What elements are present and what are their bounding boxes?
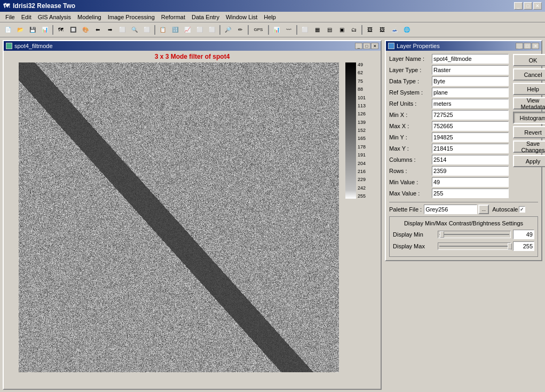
map-win-minimize[interactable]: _ bbox=[355, 43, 362, 49]
layer-props-fields: Layer Name : Layer Type : Data Type : bbox=[389, 54, 509, 200]
ref-units-input[interactable] bbox=[432, 99, 509, 108]
autoscale-checkbox[interactable]: ✓ bbox=[519, 206, 525, 213]
menu-window-list[interactable]: Window List bbox=[223, 13, 260, 21]
data-type-row: Data Type : bbox=[389, 76, 509, 86]
view-metadata-button[interactable]: View Metadata bbox=[513, 97, 545, 109]
menu-file[interactable]: File bbox=[2, 13, 18, 21]
rows-input[interactable] bbox=[432, 166, 509, 176]
histogram-button[interactable]: Histogram bbox=[513, 112, 545, 124]
rows-row: Rows : bbox=[389, 166, 509, 176]
toolbar-tb15[interactable]: 📈 bbox=[181, 24, 193, 36]
map-window-title-left: spot4_filtmode bbox=[6, 43, 53, 49]
toolbar-tb8[interactable]: ⬅ bbox=[92, 24, 104, 36]
display-min-value[interactable] bbox=[513, 230, 534, 239]
toolbar-save[interactable]: 💾 bbox=[27, 24, 38, 36]
display-min-thumb[interactable] bbox=[440, 231, 444, 238]
display-min-slider[interactable] bbox=[438, 231, 511, 238]
display-max-value[interactable] bbox=[513, 241, 534, 251]
toolbar-tb28[interactable]: 🖼 bbox=[376, 24, 388, 36]
toolbar-tb24[interactable]: ▤ bbox=[323, 24, 335, 36]
toolbar-new[interactable]: 📄 bbox=[2, 24, 14, 36]
display-min-groove bbox=[439, 234, 509, 235]
legend-label-88: 88 bbox=[358, 87, 366, 92]
max-x-label: Max X : bbox=[389, 123, 432, 129]
layer-name-input[interactable] bbox=[432, 54, 509, 64]
toolbar-tb4[interactable]: 📊 bbox=[39, 24, 51, 36]
revert-button[interactable]: Revert bbox=[513, 126, 545, 138]
display-max-thumb[interactable] bbox=[508, 243, 512, 249]
toolbar-tb11[interactable]: 🔍 bbox=[129, 24, 140, 36]
layer-props-body: Layer Name : Layer Type : Data Type : bbox=[386, 51, 541, 260]
toolbar-tb9[interactable]: ➡ bbox=[104, 24, 116, 36]
ref-system-input[interactable] bbox=[432, 88, 509, 97]
apply-button[interactable]: Apply bbox=[513, 155, 545, 167]
palette-browse-button[interactable]: ... bbox=[478, 205, 489, 214]
toolbar-tb10[interactable]: ⬜ bbox=[116, 24, 128, 36]
layer-props-minimize[interactable]: _ bbox=[516, 43, 523, 49]
min-value-input[interactable] bbox=[432, 177, 509, 187]
legend-label-191: 191 bbox=[358, 153, 366, 158]
menu-reformat[interactable]: Reformat bbox=[158, 13, 188, 21]
legend-label-75: 75 bbox=[358, 79, 366, 84]
menu-gis-analysis[interactable]: GIS Analysis bbox=[35, 13, 74, 21]
toolbar-tb19[interactable]: ✏ bbox=[234, 24, 246, 36]
toolbar-open[interactable]: 📂 bbox=[14, 24, 26, 36]
min-x-input[interactable] bbox=[432, 110, 509, 120]
toolbar-tb6[interactable]: 🔲 bbox=[67, 24, 79, 36]
toolbar-tb12[interactable]: ⬜ bbox=[141, 24, 153, 36]
toolbar-tb17[interactable]: ⬜ bbox=[206, 24, 218, 36]
title-bar-left: 🗺 Idrisi32 Release Two bbox=[3, 2, 75, 10]
legend-label-126: 126 bbox=[358, 112, 366, 116]
map-win-maximize[interactable]: □ bbox=[363, 43, 370, 49]
layer-props-main-grid: Layer Name : Layer Type : Data Type : bbox=[389, 54, 538, 200]
toolbar-tb27[interactable]: 🖼 bbox=[364, 24, 376, 36]
app-title: Idrisi32 Release Two bbox=[13, 2, 75, 10]
layer-props-maximize[interactable]: □ bbox=[524, 43, 531, 49]
toolbar-tb29[interactable]: 🗻 bbox=[389, 24, 400, 36]
save-changes-button[interactable]: Save Changes bbox=[513, 140, 545, 153]
layer-props-title-left: Layer Properties bbox=[388, 43, 440, 49]
menu-image-processing[interactable]: Image Processing bbox=[105, 13, 158, 21]
minimize-button[interactable]: _ bbox=[514, 2, 523, 10]
toolbar-tb21[interactable]: 〰 bbox=[283, 24, 295, 36]
menu-data-entry[interactable]: Data Entry bbox=[188, 13, 223, 21]
satellite-image[interactable] bbox=[19, 62, 339, 372]
menu-edit[interactable]: Edit bbox=[18, 13, 35, 21]
display-min-row: Display Min bbox=[393, 230, 534, 239]
toolbar-tb30[interactable]: 🌐 bbox=[401, 24, 413, 36]
close-button[interactable]: ✕ bbox=[533, 2, 542, 10]
toolbar-tb7[interactable]: 🎨 bbox=[80, 24, 91, 36]
maximize-button[interactable]: □ bbox=[524, 2, 532, 10]
menu-help[interactable]: Help bbox=[260, 13, 279, 21]
columns-input[interactable] bbox=[432, 155, 509, 164]
palette-input[interactable] bbox=[424, 205, 477, 214]
min-y-input[interactable] bbox=[432, 132, 509, 142]
toolbar-tb14[interactable]: 🔢 bbox=[169, 24, 181, 36]
toolbar-tb18[interactable]: 🔎 bbox=[222, 24, 234, 36]
toolbar-tb26[interactable]: 🗂 bbox=[348, 24, 360, 36]
map-window-controls: _ □ ✕ bbox=[355, 43, 378, 49]
ok-button[interactable]: OK bbox=[513, 54, 545, 66]
layer-type-input[interactable] bbox=[432, 65, 509, 75]
map-win-close[interactable]: ✕ bbox=[371, 43, 378, 49]
toolbar-tb20[interactable]: 📊 bbox=[271, 24, 282, 36]
toolbar-tb13[interactable]: 📋 bbox=[157, 24, 169, 36]
toolbar-tb23[interactable]: ▦ bbox=[311, 24, 323, 36]
map-window: spot4_filtmode _ □ ✕ 3 x 3 Mode filter o… bbox=[3, 40, 382, 390]
autoscale-label: Autoscale bbox=[492, 206, 518, 213]
toolbar-tb5[interactable]: 🗺 bbox=[55, 24, 67, 36]
max-x-input[interactable] bbox=[432, 121, 509, 131]
toolbar-tb16[interactable]: ⬜ bbox=[194, 24, 206, 36]
menu-modeling[interactable]: Modeling bbox=[74, 13, 105, 21]
toolbar-tb25[interactable]: ▣ bbox=[336, 24, 347, 36]
max-y-input[interactable] bbox=[432, 144, 509, 153]
toolbar-tb22[interactable]: ⬜ bbox=[299, 24, 311, 36]
display-max-slider[interactable] bbox=[438, 242, 511, 250]
max-value-input[interactable] bbox=[432, 189, 509, 198]
layer-props-close[interactable]: ✕ bbox=[532, 43, 539, 49]
toolbar-gps[interactable]: GPS bbox=[250, 24, 266, 36]
map-content: 3 x 3 Mode filter of spot4 49 62 bbox=[4, 51, 381, 389]
help-button[interactable]: Help bbox=[513, 83, 545, 95]
data-type-input[interactable] bbox=[432, 76, 509, 86]
cancel-button[interactable]: Cancel bbox=[513, 68, 545, 81]
